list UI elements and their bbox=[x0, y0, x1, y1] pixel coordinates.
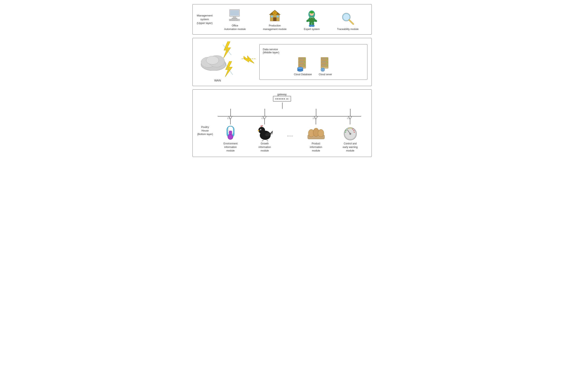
svg-point-45 bbox=[206, 56, 219, 64]
data-service-box: Data service (Middle layer) bbox=[259, 44, 367, 80]
svg-text:((·)): ((·)) bbox=[347, 117, 350, 119]
svg-marker-97 bbox=[260, 125, 263, 127]
svg-line-105 bbox=[267, 139, 267, 141]
svg-rect-19 bbox=[274, 11, 275, 12]
svg-marker-48 bbox=[244, 56, 254, 63]
expert-module: Expert system bbox=[304, 11, 320, 31]
svg-rect-2 bbox=[233, 16, 236, 18]
svg-rect-55 bbox=[299, 61, 303, 62]
svg-line-92 bbox=[265, 116, 267, 119]
svg-rect-4 bbox=[229, 19, 240, 21]
production-module: Production management module bbox=[263, 8, 286, 31]
environment-label: Environment information module bbox=[224, 142, 238, 152]
svg-rect-56 bbox=[299, 65, 303, 65]
growth-module: ((·)) bbox=[248, 109, 282, 152]
svg-point-28 bbox=[310, 11, 314, 14]
svg-point-62 bbox=[297, 67, 303, 69]
cloud-server-module: Cloud sever bbox=[318, 56, 333, 76]
svg-rect-85 bbox=[229, 131, 232, 135]
office-module: Office Automation module bbox=[224, 8, 246, 31]
svg-text:((·)): ((·)) bbox=[227, 117, 230, 119]
gateway-dots bbox=[275, 98, 285, 99]
thermometer-icon bbox=[223, 124, 238, 141]
svg-point-95 bbox=[258, 127, 265, 134]
svg-point-18 bbox=[274, 12, 276, 14]
svg-rect-1 bbox=[230, 10, 239, 15]
gateway-area: gateway ⇔ bbox=[197, 93, 367, 102]
svg-rect-21 bbox=[272, 12, 273, 13]
svg-rect-5 bbox=[230, 19, 230, 20]
svg-rect-24 bbox=[271, 15, 273, 17]
svg-point-99 bbox=[260, 129, 261, 130]
svg-rect-9 bbox=[235, 19, 236, 20]
svg-rect-11 bbox=[237, 19, 238, 20]
main-diagram: Management system (Upper layer) bbox=[192, 4, 372, 157]
production-label: Production management module bbox=[263, 24, 286, 31]
traceability-module: Traceability module bbox=[337, 11, 359, 31]
product-label: Product information module bbox=[310, 142, 322, 152]
svg-line-110 bbox=[316, 116, 318, 119]
cloud-db-module: Cloud Database bbox=[294, 56, 312, 76]
svg-text:((·)): ((·)) bbox=[313, 117, 315, 119]
svg-rect-25 bbox=[277, 15, 279, 17]
expert-icon bbox=[304, 11, 319, 26]
svg-rect-22 bbox=[276, 12, 277, 13]
top-layer: Management system (Upper layer) bbox=[192, 4, 372, 35]
svg-point-37 bbox=[343, 14, 350, 20]
svg-point-73 bbox=[326, 65, 327, 66]
svg-line-81 bbox=[230, 116, 232, 119]
svg-rect-67 bbox=[321, 64, 327, 67]
svg-point-35 bbox=[311, 25, 315, 27]
svg-rect-52 bbox=[299, 61, 305, 64]
control-module: ((·)) bbox=[333, 109, 367, 152]
control-label: Control and early warning module bbox=[343, 142, 358, 152]
svg-point-86 bbox=[228, 135, 233, 139]
svg-rect-69 bbox=[322, 61, 326, 62]
product-module: ((·)) Product information module bbox=[299, 109, 333, 152]
svg-point-71 bbox=[326, 59, 327, 59]
svg-point-115 bbox=[318, 129, 324, 137]
gauge-icon bbox=[342, 124, 359, 141]
expert-label: Expert system bbox=[304, 27, 320, 31]
svg-line-118 bbox=[350, 116, 352, 119]
svg-rect-20 bbox=[274, 14, 275, 15]
svg-text:((·)): ((·)) bbox=[261, 117, 264, 119]
magnifier-icon bbox=[340, 11, 355, 26]
svg-rect-68 bbox=[322, 59, 326, 59]
svg-point-132 bbox=[350, 133, 351, 135]
bottom-layer-label: Poultry House (Bottom layer) bbox=[197, 109, 213, 136]
gateway-label: gateway bbox=[277, 93, 287, 96]
svg-rect-10 bbox=[236, 19, 237, 20]
office-label: Office Automation module bbox=[224, 24, 246, 31]
svg-rect-54 bbox=[299, 59, 303, 59]
environment-module: ((·)) Environment information bbox=[213, 109, 248, 152]
cloud-db-icon bbox=[296, 56, 310, 71]
svg-rect-65 bbox=[321, 58, 327, 60]
svg-point-57 bbox=[304, 59, 305, 59]
eggs-icon bbox=[307, 124, 325, 141]
data-service-label: Data service (Middle layer) bbox=[263, 48, 364, 54]
svg-point-59 bbox=[304, 65, 305, 66]
svg-rect-51 bbox=[299, 58, 305, 60]
svg-marker-101 bbox=[271, 131, 273, 135]
cloud-server-label: Cloud sever bbox=[319, 73, 332, 76]
separator-dots: ··· bbox=[282, 109, 299, 139]
svg-rect-6 bbox=[231, 19, 232, 20]
wan-label: WAN bbox=[214, 79, 221, 83]
gateway-box: ⇔ bbox=[273, 96, 291, 102]
cloud-db-label: Cloud Database bbox=[294, 73, 312, 76]
factory-icon bbox=[268, 8, 282, 22]
svg-rect-3 bbox=[232, 18, 237, 19]
bottom-layer: gateway ⇔ bbox=[192, 89, 372, 157]
svg-point-63 bbox=[297, 69, 303, 71]
svg-rect-66 bbox=[321, 61, 327, 64]
svg-rect-23 bbox=[273, 17, 277, 21]
svg-marker-96 bbox=[257, 130, 259, 132]
traceability-label: Traceability module bbox=[337, 27, 359, 31]
computer-icon bbox=[228, 8, 242, 22]
growth-label: Growth information module bbox=[259, 142, 271, 152]
svg-rect-12 bbox=[230, 20, 231, 21]
cloud-server-icon bbox=[318, 56, 333, 71]
svg-line-102 bbox=[263, 139, 264, 141]
middle-layer: WAN Data service (Middle layer) bbox=[192, 38, 372, 86]
